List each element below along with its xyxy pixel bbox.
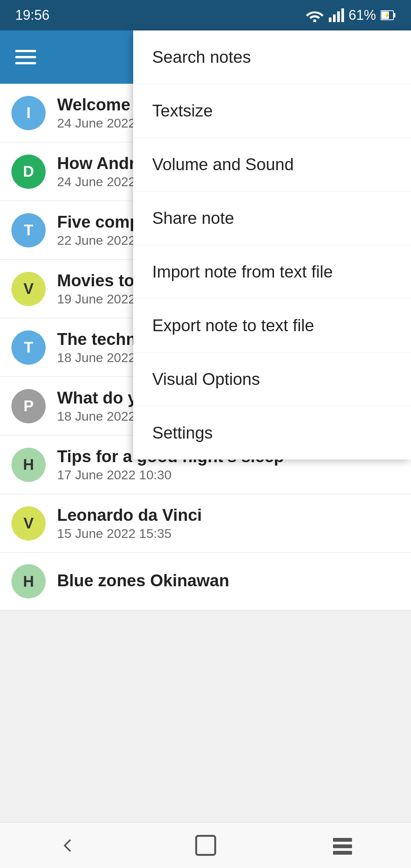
dropdown-item-settings[interactable]: Settings bbox=[133, 406, 411, 460]
svg-rect-3 bbox=[337, 11, 340, 22]
note-title: Blue zones Okinawan bbox=[57, 571, 400, 590]
note-date: 15 June 2022 15:35 bbox=[57, 526, 400, 541]
dropdown-item-volume-sound[interactable]: Volume and Sound bbox=[133, 138, 411, 191]
dropdown-item-search-notes[interactable]: Search notes bbox=[133, 30, 411, 84]
svg-rect-9 bbox=[333, 838, 352, 842]
note-avatar: V bbox=[11, 272, 46, 306]
svg-rect-1 bbox=[329, 18, 331, 22]
home-icon bbox=[195, 835, 216, 856]
note-avatar: D bbox=[11, 155, 46, 189]
status-bar: 19:56 61% ⚡ bbox=[0, 0, 411, 30]
dropdown-menu: Search notesTextsizeVolume and SoundShar… bbox=[133, 30, 411, 460]
wifi-icon bbox=[305, 8, 324, 22]
dropdown-item-export-note[interactable]: Export note to text file bbox=[133, 299, 411, 353]
dropdown-item-share-note[interactable]: Share note bbox=[133, 191, 411, 245]
recents-button[interactable] bbox=[327, 830, 358, 861]
note-avatar: P bbox=[11, 389, 46, 423]
svg-rect-2 bbox=[333, 14, 336, 22]
status-icons: 61% ⚡ bbox=[305, 7, 396, 23]
note-info: Leonardo da Vinci 15 June 2022 15:35 bbox=[57, 506, 400, 541]
svg-rect-10 bbox=[333, 844, 352, 848]
back-button[interactable] bbox=[53, 830, 84, 861]
hamburger-line-2 bbox=[15, 56, 36, 58]
svg-rect-6 bbox=[393, 13, 395, 18]
svg-rect-11 bbox=[333, 851, 352, 855]
note-avatar: I bbox=[11, 96, 46, 130]
note-avatar: T bbox=[11, 330, 46, 365]
navigation-bar bbox=[0, 822, 411, 868]
battery-text: 61% bbox=[349, 7, 376, 23]
dropdown-item-visual-options[interactable]: Visual Options bbox=[133, 353, 411, 406]
hamburger-menu-button[interactable] bbox=[15, 50, 36, 64]
recents-icon bbox=[331, 836, 354, 855]
home-button[interactable] bbox=[190, 830, 221, 861]
note-info: Blue zones Okinawan bbox=[57, 571, 400, 592]
note-avatar: H bbox=[11, 448, 46, 482]
dropdown-item-textsize[interactable]: Textsize bbox=[133, 84, 411, 138]
hamburger-line-1 bbox=[15, 50, 36, 52]
svg-text:⚡: ⚡ bbox=[384, 12, 390, 19]
hamburger-line-3 bbox=[15, 62, 36, 64]
battery-icon: ⚡ bbox=[381, 10, 396, 21]
dropdown-item-import-note[interactable]: Import note from text file bbox=[133, 245, 411, 299]
note-item[interactable]: V Leonardo da Vinci 15 June 2022 15:35 bbox=[0, 494, 411, 553]
note-item[interactable]: H Blue zones Okinawan bbox=[0, 553, 411, 610]
svg-rect-4 bbox=[341, 8, 344, 22]
note-avatar: T bbox=[11, 213, 46, 247]
note-avatar: V bbox=[11, 506, 46, 541]
note-date: 17 June 2022 10:30 bbox=[57, 468, 400, 482]
signal-icon bbox=[329, 8, 344, 22]
svg-point-0 bbox=[313, 19, 316, 22]
note-title: Leonardo da Vinci bbox=[57, 506, 400, 525]
status-time: 19:56 bbox=[15, 7, 49, 23]
note-avatar: H bbox=[11, 564, 46, 598]
